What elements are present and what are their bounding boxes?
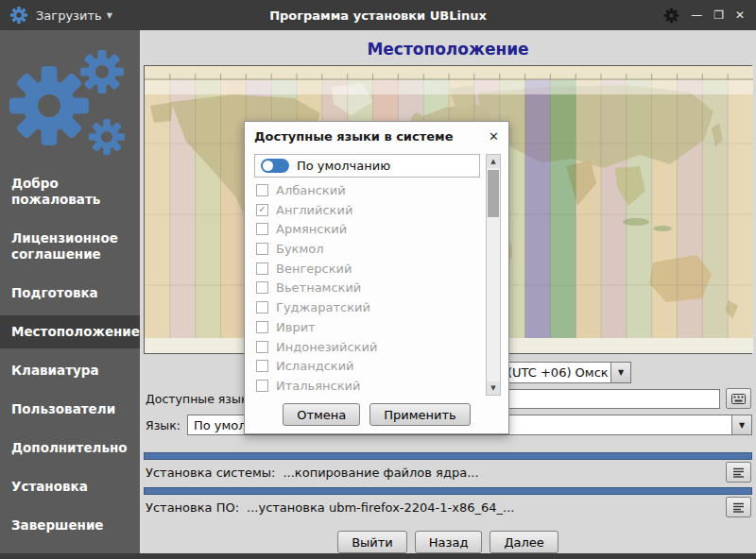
next-button[interactable]: Далее [490,531,558,553]
back-button[interactable]: Назад [415,531,483,553]
dialog-title: Доступные языки в системе [254,129,489,144]
list-item[interactable]: ✓Индонезийский [254,337,480,357]
chevron-down-icon: ▼ [739,421,745,430]
timezone-select[interactable]: (UTC +06) Омск ▼ [501,362,631,383]
checkbox[interactable]: ✓ [256,360,268,372]
scroll-up-icon[interactable]: ▲ [487,155,500,168]
sidebar-item-finish[interactable]: Завершение [0,509,140,542]
sidebar-item-location[interactable]: Местоположение [0,315,140,348]
software-install-label: Установка ПО: [146,500,239,515]
languages-list: ✓Албанский ✓Английский ✓Армянский ✓Букмо… [254,180,480,396]
available-languages-dialog: Доступные языки в системе ✕ По умолчанию… [244,121,509,434]
system-install-status: ...копирование файлов ядра... [283,466,478,480]
installer-gears-logo [0,30,140,167]
dialog-close-icon[interactable]: ✕ [489,129,499,144]
available-languages-label: Доступные языки [146,392,256,406]
toggle-knob [263,161,273,171]
installer-steps-nav: Добро пожаловать Лицензионное соглашение… [0,167,140,542]
system-progress-bar [144,452,752,460]
software-log-button[interactable] [726,497,751,517]
dialog-footer: Отмена Применить [245,396,508,433]
sidebar: Добро пожаловать Лицензионное соглашение… [0,30,140,553]
window-bottom-edge [0,553,756,559]
language-label: Язык: [146,418,180,432]
checkbox[interactable]: ✓ [256,281,268,294]
sidebar-item-installation[interactable]: Установка [0,470,140,503]
list-item[interactable]: ✓Исландский [254,356,480,376]
chevron-down-icon: ▼ [618,368,624,377]
sidebar-item-license[interactable]: Лицензионное соглашение [0,222,140,271]
checkbox[interactable]: ✓ [256,263,268,275]
language-dropdown-button[interactable]: ▼ [731,415,751,434]
list-item[interactable]: ✓Албанский [254,180,480,200]
load-button[interactable]: Загрузить ▼ [36,8,112,23]
cancel-button[interactable]: Отмена [283,403,360,426]
checkbox[interactable]: ✓ [256,321,268,333]
sidebar-item-keyboard[interactable]: Клавиатура [0,354,140,387]
checkbox[interactable]: ✓ [256,301,268,313]
list-item[interactable]: ✓Армянский [254,219,480,239]
checkbox[interactable]: ✓ [256,223,268,235]
load-button-label: Загрузить [36,8,102,23]
list-item[interactable]: ✓Венгерский [254,259,480,279]
checkbox[interactable]: ✓ [256,243,268,255]
scrollbar[interactable]: ▲ ▼ [486,154,501,396]
system-progress-fill [145,453,751,459]
scroll-down-icon[interactable]: ▼ [487,381,500,395]
software-progress-bar [144,487,752,495]
list-item[interactable]: ✓Итальянский [254,376,480,396]
log-icon [732,501,745,514]
scrollbar-thumb[interactable] [488,170,499,217]
apply-button[interactable]: Применить [369,403,470,426]
settings-gear-icon[interactable] [663,8,679,24]
software-status-row: Установка ПО:...установка ubm-firefox-22… [146,499,514,517]
default-toggle-row: По умолчанию [254,154,480,178]
list-item[interactable]: ✓Гуджаратский [254,297,480,317]
timezone-select-value: (UTC +06) Омск [502,363,610,382]
checkbox[interactable]: ✓ [256,341,268,353]
system-status-row: Установка системы:...копирование файлов … [146,464,479,483]
maximize-button[interactable]: ❐ [713,9,724,21]
sidebar-item-additional[interactable]: Дополнительно [0,432,140,465]
check-icon: ✓ [258,205,266,214]
page-title: Местоположение [140,40,756,59]
exit-button[interactable]: Выйти [337,531,407,553]
caret-down-icon: ▼ [107,11,112,20]
sidebar-item-users[interactable]: Пользователи [0,393,140,426]
close-button[interactable]: ✕ [735,9,745,21]
sidebar-item-welcome[interactable]: Добро пожаловать [0,167,140,216]
keyboard-icon [731,394,746,404]
list-item[interactable]: ✓Букмол [254,239,480,259]
software-progress-fill [145,488,751,494]
software-install-status: ...установка ubm-firefox-2204-1-x86_64_.… [247,500,514,515]
system-log-button[interactable] [726,462,751,483]
titlebar: Загрузить ▼ Программа установки UBLinux … [0,0,756,30]
list-item[interactable]: ✓Английский [254,200,480,220]
languages-list-button[interactable] [726,388,751,409]
timezone-dropdown-button[interactable]: ▼ [610,363,630,382]
checkbox[interactable]: ✓ [256,204,268,216]
checkbox[interactable]: ✓ [256,184,268,196]
dialog-header: Доступные языки в системе ✕ [245,122,508,150]
window-title: Программа установки UBLinux [180,8,576,23]
system-install-label: Установка системы: [146,466,275,480]
default-toggle-label: По умолчанию [297,159,390,173]
sidebar-item-preparation[interactable]: Подготовка [0,277,140,310]
checkbox[interactable]: ✓ [256,380,268,392]
list-item[interactable]: ✓Вьетнамский [254,279,480,298]
default-toggle[interactable] [261,159,289,173]
list-item[interactable]: ✓Иврит [254,317,480,337]
wizard-buttons: Выйти Назад Далее [140,531,756,553]
app-gear-icon [9,6,28,25]
log-icon [732,466,745,479]
minimize-button[interactable]: — [691,9,702,21]
